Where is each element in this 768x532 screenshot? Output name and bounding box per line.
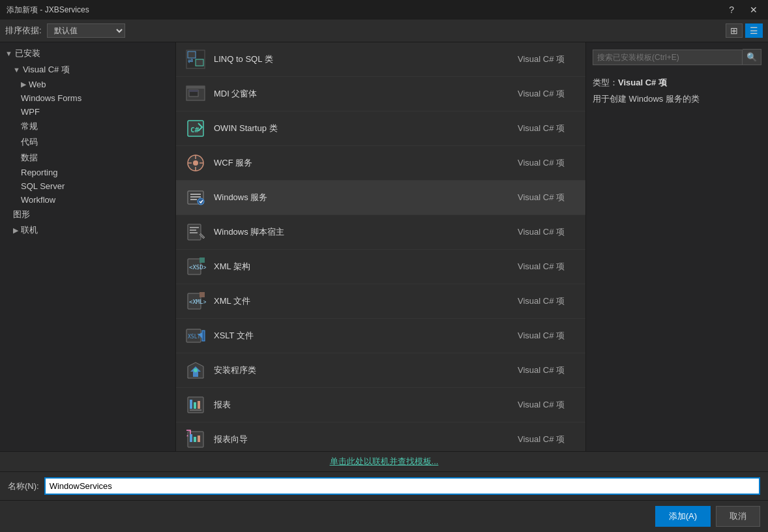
workflow-item[interactable]: Workflow <box>0 193 175 207</box>
visual-csharp-label: Visual C# 项 <box>23 64 70 76</box>
template-row[interactable]: ⇌ LINQ to SQL 类 Visual C# 项 <box>176 42 585 77</box>
dialog-title: 添加新项 - JXBServices <box>7 5 89 16</box>
title-bar: 添加新项 - JXBServices ? ✕ <box>0 0 768 20</box>
installed-section[interactable]: ▼ 已安装 <box>0 45 175 62</box>
visual-csharp-arrow: ▼ <box>13 66 20 74</box>
svg-rect-41 <box>190 434 192 442</box>
info-panel: 🔍 类型：Visual C# 项 用于创建 Windows 服务的类 <box>585 42 768 451</box>
code-item[interactable]: 代码 <box>0 134 175 150</box>
svg-rect-3 <box>196 59 203 66</box>
windows-forms-label: Windows Forms <box>21 93 81 103</box>
xml-file-icon: <XML> <box>184 289 207 313</box>
help-button[interactable]: ? <box>725 3 738 16</box>
template-name: 安装程序类 <box>214 364 518 376</box>
bottom-bar: 单击此处以联机并查找模板... <box>0 451 768 471</box>
data-label: 数据 <box>21 153 38 162</box>
template-type: Visual C# 项 <box>518 226 565 238</box>
template-row[interactable]: XSLT XSLT 文件 Visual C# 项 <box>176 319 585 353</box>
svg-rect-18 <box>190 196 201 198</box>
svg-rect-7 <box>189 90 198 92</box>
search-input[interactable] <box>593 50 743 65</box>
template-type: Visual C# 项 <box>518 399 565 411</box>
installer-icon <box>184 359 207 382</box>
template-row[interactable]: Windows 服务 Visual C# 项 <box>176 181 585 215</box>
template-row[interactable]: WCF 服务 Visual C# 项 <box>176 146 585 181</box>
svg-point-20 <box>198 198 204 205</box>
svg-rect-36 <box>190 400 192 409</box>
online-label: 联机 <box>21 224 38 236</box>
add-button[interactable]: 添加(A) <box>655 506 711 527</box>
windows-forms-item[interactable]: Windows Forms <box>0 91 175 105</box>
svg-rect-33 <box>202 331 205 341</box>
template-name: OWIN Startup 类 <box>214 123 518 134</box>
installed-label: 已安装 <box>15 48 40 59</box>
template-name: WCF 服务 <box>214 157 518 169</box>
view-buttons: ⊞ ☰ <box>726 23 763 38</box>
template-type: Visual C# 项 <box>518 434 565 445</box>
template-row[interactable]: 安装程序类 Visual C# 项 <box>176 353 585 388</box>
template-type: Visual C# 项 <box>518 364 565 376</box>
list-view-button[interactable]: ☰ <box>745 23 763 38</box>
template-type: Visual C# 项 <box>518 192 565 203</box>
visual-csharp-section[interactable]: ▼ Visual C# 项 <box>0 62 175 78</box>
owin-icon: C# <box>184 117 207 140</box>
graphics-item[interactable]: 图形 <box>0 207 175 222</box>
template-row[interactable]: 报表 Visual C# 项 <box>176 388 585 422</box>
search-button[interactable]: 🔍 <box>743 49 761 65</box>
template-row[interactable]: C# OWIN Startup 类 Visual C# 项 <box>176 111 585 146</box>
svg-rect-23 <box>190 229 196 231</box>
name-label: 名称(N): <box>8 480 39 492</box>
template-type: Visual C# 项 <box>518 88 565 100</box>
svg-rect-43 <box>198 436 200 442</box>
grid-view-button[interactable]: ⊞ <box>726 23 743 38</box>
svg-rect-19 <box>190 199 197 200</box>
report-icon <box>184 393 207 417</box>
report-wizard-icon: * <box>184 428 207 451</box>
sort-label: 排序依据: <box>5 25 42 37</box>
info-type-row: 类型：Visual C# 项 <box>593 77 761 89</box>
svg-text:<XML>: <XML> <box>189 299 206 305</box>
wpf-item[interactable]: WPF <box>0 105 175 119</box>
template-row[interactable]: <XSD> XML 架构 Visual C# 项 <box>176 250 585 284</box>
wpf-label: WPF <box>21 107 40 117</box>
workflow-label: Workflow <box>21 195 55 205</box>
normal-label: 常规 <box>21 121 38 131</box>
title-bar-buttons: ? ✕ <box>725 3 761 16</box>
sidebar: ▼ 已安装 ▼ Visual C# 项 ▶ Web Windows Forms … <box>0 42 176 451</box>
installed-arrow: ▼ <box>5 50 12 57</box>
template-name: XSLT 文件 <box>214 330 518 342</box>
template-row[interactable]: Windows 脚本宿主 Visual C# 项 <box>176 215 585 250</box>
template-type: Visual C# 项 <box>518 295 565 307</box>
svg-text:<XSD>: <XSD> <box>189 264 206 271</box>
sql-server-item[interactable]: SQL Server <box>0 179 175 193</box>
template-name: XML 文件 <box>214 295 518 307</box>
template-type: Visual C# 项 <box>518 330 565 342</box>
template-name: 报表向导 <box>214 434 518 445</box>
code-label: 代码 <box>21 137 38 147</box>
online-item[interactable]: ▶ 联机 <box>0 222 175 238</box>
name-input[interactable] <box>44 477 760 495</box>
online-link[interactable]: 单击此处以联机并查找模板... <box>330 456 439 466</box>
template-type: Visual C# 项 <box>518 157 565 169</box>
main-content: ▼ 已安装 ▼ Visual C# 项 ▶ Web Windows Forms … <box>0 42 768 451</box>
web-label: Web <box>29 80 46 89</box>
type-prefix: 类型： <box>593 78 618 87</box>
cancel-button[interactable]: 取消 <box>716 506 760 527</box>
reporting-item[interactable]: Reporting <box>0 166 175 179</box>
sort-dropdown[interactable]: 默认值 <box>47 23 125 38</box>
template-type: Visual C# 项 <box>518 261 565 273</box>
reporting-label: Reporting <box>21 168 57 177</box>
svg-rect-42 <box>194 437 196 442</box>
normal-item[interactable]: 常规 <box>0 119 175 134</box>
close-button[interactable]: ✕ <box>746 3 761 16</box>
template-type: Visual C# 项 <box>518 123 565 134</box>
template-row[interactable]: MDI 父窗体 Visual C# 项 <box>176 77 585 111</box>
info-description: 用于创建 Windows 服务的类 <box>593 93 761 106</box>
svg-rect-38 <box>198 401 200 409</box>
template-name: Windows 脚本宿主 <box>214 226 518 238</box>
template-row[interactable]: <XML> XML 文件 Visual C# 项 <box>176 284 585 319</box>
graphics-label: 图形 <box>13 209 30 219</box>
web-item[interactable]: ▶ Web <box>0 78 175 91</box>
template-row[interactable]: * 报表向导 Visual C# 项 <box>176 422 585 451</box>
data-item[interactable]: 数据 <box>0 150 175 166</box>
